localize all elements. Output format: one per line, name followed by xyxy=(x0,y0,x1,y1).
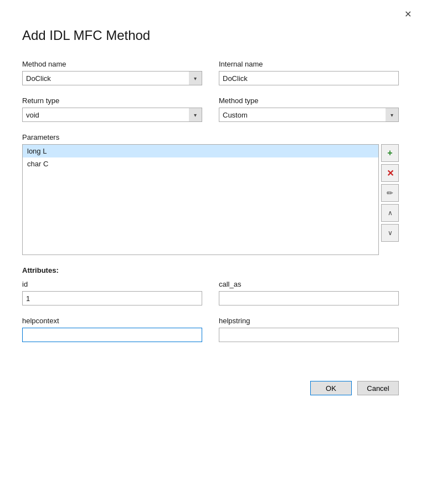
helpcontext-group: helpcontext xyxy=(22,317,202,342)
internal-name-group: Internal name xyxy=(219,60,399,85)
ok-button[interactable]: OK xyxy=(310,381,352,395)
method-name-select[interactable]: DoClick xyxy=(22,71,202,85)
list-item[interactable]: long L xyxy=(23,145,378,157)
row-id-call-as: id call_as xyxy=(22,280,399,306)
dialog: ✕ Add IDL MFC Method Method name DoClick… xyxy=(0,0,421,504)
id-input[interactable] xyxy=(22,291,202,306)
row-return-method: Return type void ▾ Method type Custom ▾ xyxy=(22,96,399,122)
edit-icon: ✏ xyxy=(387,189,393,197)
helpcontext-label: helpcontext xyxy=(22,317,202,325)
return-type-label: Return type xyxy=(22,96,202,105)
return-type-group: Return type void ▾ xyxy=(22,96,202,122)
parameters-label: Parameters xyxy=(22,133,399,141)
method-type-label: Method type xyxy=(219,96,399,105)
method-name-label: Method name xyxy=(22,60,202,68)
remove-icon: ✕ xyxy=(387,168,394,179)
up-arrow-icon: ∧ xyxy=(388,209,393,217)
method-type-select-wrapper: Custom ▾ xyxy=(219,108,399,122)
add-icon: + xyxy=(387,148,392,158)
move-up-button[interactable]: ∧ xyxy=(381,204,399,222)
cancel-button[interactable]: Cancel xyxy=(357,381,399,395)
list-item[interactable]: char C xyxy=(23,157,378,170)
method-name-group: Method name DoClick ▾ xyxy=(22,60,202,85)
helpstring-input[interactable] xyxy=(219,328,399,342)
helpstring-group: helpstring xyxy=(219,317,399,342)
internal-name-label: Internal name xyxy=(219,60,399,68)
close-button[interactable]: ✕ xyxy=(401,7,414,21)
helpcontext-input[interactable] xyxy=(22,328,202,342)
dialog-title: Add IDL MFC Method xyxy=(22,28,399,43)
attributes-label: Attributes: xyxy=(22,266,399,274)
helpstring-label: helpstring xyxy=(219,317,399,325)
down-arrow-icon: ∨ xyxy=(388,229,393,237)
method-type-select[interactable]: Custom xyxy=(219,108,399,122)
dialog-content: Add IDL MFC Method Method name DoClick ▾… xyxy=(0,22,421,370)
attributes-section: Attributes: id call_as helpcontext helps… xyxy=(22,266,399,342)
remove-param-button[interactable]: ✕ xyxy=(381,164,399,182)
parameters-list[interactable]: long Lchar C xyxy=(22,144,379,255)
return-type-select-wrapper: void ▾ xyxy=(22,108,202,122)
method-name-select-wrapper: DoClick ▾ xyxy=(22,71,202,85)
return-type-select[interactable]: void xyxy=(22,108,202,122)
call-as-group: call_as xyxy=(219,280,399,306)
close-icon: ✕ xyxy=(404,9,412,19)
method-type-group: Method type Custom ▾ xyxy=(219,96,399,122)
id-group: id xyxy=(22,280,202,306)
add-param-button[interactable]: + xyxy=(381,144,399,162)
param-buttons: + ✕ ✏ ∧ ∨ xyxy=(381,144,399,255)
parameters-section: Parameters long Lchar C + ✕ ✏ ∧ xyxy=(22,133,399,255)
internal-name-input[interactable] xyxy=(219,71,399,85)
title-bar: ✕ xyxy=(0,0,421,22)
call-as-input[interactable] xyxy=(219,291,399,306)
dialog-footer: OK Cancel xyxy=(0,381,421,395)
id-label: id xyxy=(22,280,202,288)
call-as-label: call_as xyxy=(219,280,399,288)
parameters-container: long Lchar C + ✕ ✏ ∧ ∨ xyxy=(22,144,399,255)
row-helpcontext-helpstring: helpcontext helpstring xyxy=(22,317,399,342)
edit-param-button[interactable]: ✏ xyxy=(381,184,399,202)
move-down-button[interactable]: ∨ xyxy=(381,224,399,242)
row-method-internal: Method name DoClick ▾ Internal name xyxy=(22,60,399,85)
